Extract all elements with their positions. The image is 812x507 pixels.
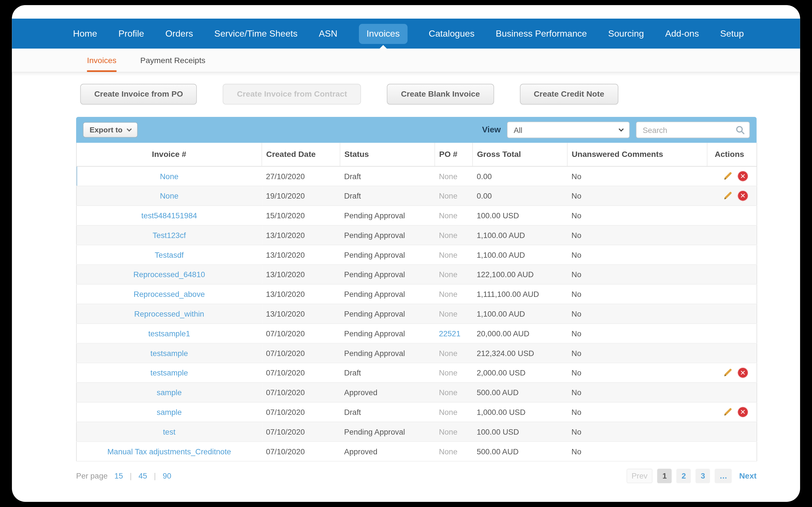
actions-cell — [707, 323, 757, 343]
table-row: None27/10/2020DraftNone0.00No✕ — [77, 166, 757, 186]
unanswered-comments-cell: No — [567, 382, 707, 402]
actions-cell — [707, 205, 757, 225]
status-cell: Draft — [340, 186, 435, 205]
unanswered-comments-cell: No — [567, 363, 707, 383]
status-cell: Pending Approval — [340, 245, 435, 265]
unanswered-comments-cell: No — [567, 441, 707, 461]
actions-cell — [707, 441, 757, 461]
invoice-number-link[interactable]: testsample — [151, 348, 188, 357]
toolbar-right-group: View All — [482, 122, 750, 138]
invoice-number-link[interactable]: Reprocessed_within — [134, 309, 204, 318]
per-page-selector: Per page 15 | 45 | 90 — [76, 471, 171, 480]
chevron-down-icon — [126, 126, 132, 131]
unanswered-comments-cell: No — [567, 265, 707, 284]
edit-invoice-pencil-icon[interactable] — [723, 368, 733, 378]
unanswered-comments-cell: No — [567, 186, 707, 205]
po-number-text: None — [439, 290, 458, 298]
po-number-cell: None — [435, 363, 472, 383]
edit-invoice-pencil-icon[interactable] — [723, 191, 733, 201]
per-page-option-45[interactable]: 45 — [139, 471, 147, 480]
invoice-number-link[interactable]: sample — [157, 388, 182, 397]
actions-cell: ✕ — [707, 363, 757, 383]
view-select-value: All — [514, 125, 522, 134]
create-credit-note-button[interactable]: Create Credit Note — [520, 84, 618, 105]
page-1-button[interactable]: 1 — [658, 468, 672, 483]
export-to-label: Export to — [90, 126, 123, 134]
nav-item-catalogues[interactable]: Catalogues — [428, 28, 474, 39]
search-icon[interactable] — [735, 125, 745, 137]
page-3-button[interactable]: 3 — [696, 468, 710, 483]
delete-invoice-icon[interactable]: ✕ — [738, 367, 749, 378]
edit-invoice-pencil-icon[interactable] — [723, 407, 733, 417]
status-cell: Pending Approval — [340, 284, 435, 304]
nav-item-home[interactable]: Home — [73, 28, 97, 39]
subnav-item-payment-receipts[interactable]: Payment Receipts — [140, 49, 206, 72]
column-header-actions: Actions — [707, 143, 757, 166]
invoice-number-link[interactable]: testsample1 — [148, 329, 190, 337]
created-date-cell: 07/10/2020 — [262, 382, 340, 402]
per-page-option-15[interactable]: 15 — [114, 471, 123, 480]
export-to-button[interactable]: Export to — [83, 122, 138, 137]
invoice-number-link[interactable]: test — [163, 427, 175, 436]
create-invoice-from-po-button[interactable]: Create Invoice from PO — [80, 84, 197, 105]
delete-invoice-icon[interactable]: ✕ — [738, 190, 749, 201]
nav-item-service-time-sheets[interactable]: Service/Time Sheets — [214, 28, 297, 39]
nav-item-orders[interactable]: Orders — [165, 28, 193, 39]
gross-total-cell: 500.00 AUD — [472, 441, 567, 461]
po-number-cell: None — [435, 205, 472, 225]
actions-cell — [707, 265, 757, 284]
invoice-number-link[interactable]: sample — [157, 407, 182, 416]
actions-cell: ✕ — [707, 186, 757, 205]
invoice-number-link[interactable]: None — [160, 191, 179, 200]
table-row: testsample07/10/2020DraftNone2,000.00 US… — [77, 363, 757, 383]
edit-invoice-pencil-icon[interactable] — [723, 171, 733, 181]
table-row: test07/10/2020Pending ApprovalNone100.00… — [77, 421, 757, 441]
delete-invoice-icon[interactable]: ✕ — [738, 170, 749, 181]
table-row: Reprocessed_6481013/10/2020Pending Appro… — [77, 265, 757, 284]
po-number-text: None — [439, 191, 458, 200]
status-cell: Draft — [340, 363, 435, 383]
gross-total-cell: 100.00 USD — [472, 421, 567, 441]
page-ellipsis-button[interactable]: … — [715, 468, 732, 483]
next-page-button[interactable]: Next — [739, 471, 757, 480]
invoice-number-link[interactable]: Reprocessed_above — [134, 290, 205, 298]
invoice-number-link[interactable]: Manual Tax adjustments_Creditnote — [107, 447, 231, 455]
nav-item-invoices[interactable]: Invoices — [359, 24, 407, 44]
delete-invoice-icon[interactable]: ✕ — [738, 406, 749, 417]
invoice-number-link[interactable]: testsample — [151, 368, 188, 377]
invoice-number-link[interactable]: None — [160, 172, 179, 180]
invoice-action-buttons: Create Invoice from PO Create Invoice fr… — [80, 84, 800, 105]
actions-cell: ✕ — [707, 402, 757, 421]
po-number-cell: None — [435, 245, 472, 265]
invoice-number-link[interactable]: Testasdf — [155, 250, 184, 259]
created-date-cell: 15/10/2020 — [262, 205, 340, 225]
nav-item-business-performance[interactable]: Business Performance — [496, 28, 587, 39]
search-input[interactable] — [637, 122, 749, 137]
invoice-number-link[interactable]: Reprocessed_64810 — [133, 270, 205, 279]
nav-item-asn[interactable]: ASN — [319, 28, 338, 39]
invoice-number-link[interactable]: Test123cf — [153, 230, 186, 239]
invoice-number-link[interactable]: test5484151984 — [141, 211, 197, 219]
prev-page-button[interactable]: Prev — [626, 468, 653, 483]
po-number-cell: None — [435, 186, 472, 205]
view-select[interactable]: All — [507, 122, 629, 138]
nav-item-setup[interactable]: Setup — [720, 28, 744, 39]
po-number-text: None — [439, 211, 458, 219]
nav-item-add-ons[interactable]: Add-ons — [665, 28, 699, 39]
nav-item-profile[interactable]: Profile — [118, 28, 144, 39]
unanswered-comments-cell: No — [567, 284, 707, 304]
page-2-button[interactable]: 2 — [676, 468, 691, 483]
po-number-text: None — [439, 447, 458, 455]
column-header-created-date: Created Date — [262, 143, 340, 166]
per-page-option-90[interactable]: 90 — [163, 471, 171, 480]
invoice-table-body: None27/10/2020DraftNone0.00No✕None19/10/… — [77, 166, 757, 461]
nav-item-sourcing[interactable]: Sourcing — [608, 28, 644, 39]
invoice-cell: test5484151984 — [77, 205, 262, 225]
create-blank-invoice-button[interactable]: Create Blank Invoice — [387, 84, 494, 105]
subnav-item-invoices[interactable]: Invoices — [87, 49, 116, 72]
po-number-link[interactable]: 22521 — [439, 329, 461, 337]
status-cell: Draft — [340, 402, 435, 421]
po-number-text: None — [439, 309, 458, 318]
view-label: View — [482, 125, 501, 134]
gross-total-cell: 100.00 USD — [472, 205, 567, 225]
